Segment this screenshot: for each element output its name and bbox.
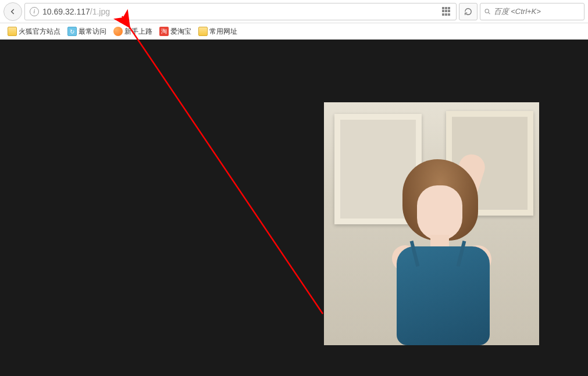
bookmark-most-visited[interactable]: ↻ 最常访问 bbox=[65, 26, 109, 38]
most-visited-icon: ↻ bbox=[67, 27, 77, 36]
browser-toolbar: i 10.69.32.117/1.jpg bbox=[0, 0, 588, 23]
arrow-left-icon bbox=[9, 8, 17, 16]
url-path: /1.jpg bbox=[90, 7, 110, 16]
info-icon[interactable]: i bbox=[30, 7, 39, 16]
url-host: 10.69.32.117 bbox=[42, 7, 90, 16]
search-input[interactable] bbox=[494, 7, 580, 16]
page-viewport bbox=[0, 40, 588, 376]
svg-point-0 bbox=[485, 9, 489, 12]
reload-icon bbox=[464, 8, 472, 16]
search-icon bbox=[484, 8, 491, 16]
bookmark-label: 爱淘宝 bbox=[170, 27, 191, 37]
bookmarks-bar: 火狐官方站点 ↻ 最常访问 新手上路 淘 爱淘宝 常用网址 bbox=[0, 23, 588, 40]
search-bar[interactable] bbox=[480, 3, 585, 20]
folder-icon bbox=[8, 27, 17, 36]
bookmark-firefox-official[interactable]: 火狐官方站点 bbox=[5, 26, 63, 38]
bookmark-label: 新手上路 bbox=[124, 27, 152, 37]
folder-icon bbox=[198, 27, 208, 36]
bookmark-getting-started[interactable]: 新手上路 bbox=[111, 26, 155, 38]
bookmark-taobao[interactable]: 淘 爱淘宝 bbox=[156, 26, 194, 38]
back-button[interactable] bbox=[3, 2, 22, 21]
url-text: 10.69.32.117/1.jpg bbox=[42, 7, 439, 16]
address-bar[interactable]: i 10.69.32.117/1.jpg bbox=[24, 3, 457, 20]
displayed-image bbox=[324, 102, 539, 345]
firefox-icon bbox=[113, 27, 123, 36]
bookmark-label: 火狐官方站点 bbox=[19, 27, 60, 37]
reload-button[interactable] bbox=[459, 3, 477, 20]
bookmark-label: 常用网址 bbox=[209, 27, 237, 37]
qr-icon[interactable] bbox=[442, 7, 451, 16]
taobao-icon: 淘 bbox=[159, 27, 169, 36]
bookmark-label: 最常访问 bbox=[79, 27, 106, 37]
bookmark-common-sites[interactable]: 常用网址 bbox=[195, 26, 240, 38]
